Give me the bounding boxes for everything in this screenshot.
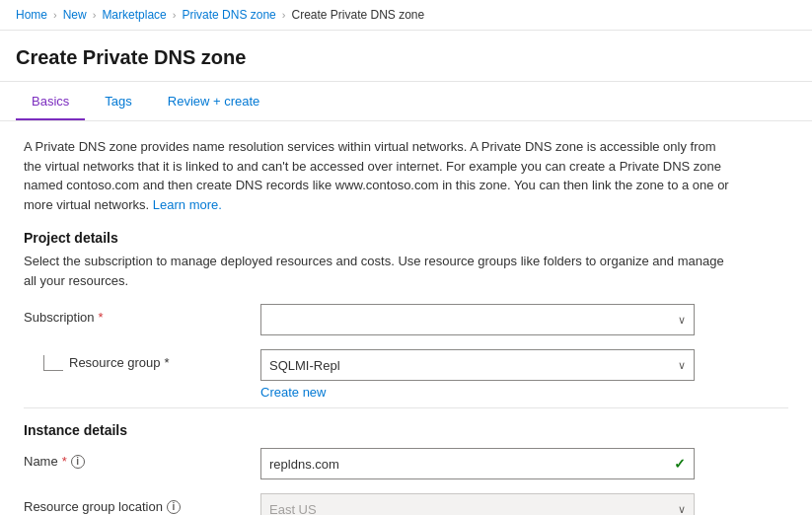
resource-group-location-control-col: East US ∨ bbox=[260, 493, 695, 515]
learn-more-link[interactable]: Learn more. bbox=[153, 197, 222, 212]
resource-group-row: Resource group * SQLMI-Repl ∨ Create new bbox=[24, 349, 788, 400]
page-title: Create Private DNS zone bbox=[0, 31, 812, 82]
description-text: A Private DNS zone provides name resolut… bbox=[24, 137, 734, 214]
resource-group-indent-line bbox=[43, 355, 63, 371]
resource-group-label: Resource group * bbox=[69, 355, 170, 370]
name-required: * bbox=[62, 454, 67, 469]
project-details-header: Project details bbox=[24, 230, 788, 246]
tab-bar: Basics Tags Review + create bbox=[0, 82, 812, 121]
subscription-control-col: ∨ bbox=[260, 304, 695, 335]
resource-group-location-label-col: Resource group location i bbox=[24, 493, 260, 514]
breadcrumb-home[interactable]: Home bbox=[16, 8, 47, 22]
create-new-link[interactable]: Create new bbox=[260, 385, 326, 400]
resource-group-chevron-icon: ∨ bbox=[678, 359, 686, 372]
tab-tags[interactable]: Tags bbox=[89, 82, 147, 120]
resource-group-control-col: SQLMI-Repl ∨ Create new bbox=[260, 349, 695, 400]
breadcrumb-sep-1: › bbox=[53, 9, 57, 21]
name-label: Name * i bbox=[24, 454, 260, 469]
subscription-dropdown[interactable]: ∨ bbox=[260, 304, 695, 335]
rg-location-info-icon[interactable]: i bbox=[167, 500, 181, 514]
main-content: A Private DNS zone provides name resolut… bbox=[0, 121, 812, 515]
breadcrumb-sep-2: › bbox=[93, 9, 97, 21]
resource-group-location-dropdown: East US ∨ bbox=[260, 493, 695, 515]
tab-basics[interactable]: Basics bbox=[16, 82, 85, 120]
breadcrumb-current: Create Private DNS zone bbox=[291, 8, 424, 22]
resource-group-location-row: Resource group location i East US ∨ bbox=[24, 493, 788, 515]
breadcrumb: Home › New › Marketplace › Private DNS z… bbox=[0, 0, 812, 31]
subscription-row: Subscription * ∨ bbox=[24, 304, 788, 335]
section-divider bbox=[24, 407, 788, 408]
resource-group-value: SQLMI-Repl bbox=[269, 358, 340, 373]
subscription-required: * bbox=[99, 310, 104, 325]
breadcrumb-sep-4: › bbox=[282, 9, 286, 21]
name-info-icon[interactable]: i bbox=[71, 455, 85, 469]
name-check-icon: ✓ bbox=[674, 456, 686, 472]
breadcrumb-sep-3: › bbox=[173, 9, 177, 21]
project-details-desc: Select the subscription to manage deploy… bbox=[24, 252, 734, 290]
name-control-col: repldns.com ✓ bbox=[260, 448, 695, 479]
resource-group-location-value: East US bbox=[269, 502, 317, 516]
subscription-chevron-icon: ∨ bbox=[678, 314, 686, 327]
resource-group-location-label: Resource group location i bbox=[24, 499, 260, 514]
resource-group-dropdown[interactable]: SQLMI-Repl ∨ bbox=[260, 349, 695, 381]
name-row: Name * i repldns.com ✓ bbox=[24, 448, 788, 479]
resource-group-required: * bbox=[165, 355, 170, 370]
project-details-section: Project details Select the subscription … bbox=[24, 230, 788, 400]
instance-details-header: Instance details bbox=[24, 422, 788, 438]
instance-details-section: Instance details Name * i repldns.com ✓ bbox=[24, 422, 788, 515]
breadcrumb-private-dns-zone[interactable]: Private DNS zone bbox=[182, 8, 275, 22]
subscription-label-col: Subscription * bbox=[24, 304, 260, 325]
name-value: repldns.com bbox=[269, 457, 674, 472]
breadcrumb-marketplace[interactable]: Marketplace bbox=[102, 8, 166, 22]
rg-location-chevron-icon: ∨ bbox=[678, 503, 686, 516]
breadcrumb-new[interactable]: New bbox=[63, 8, 87, 22]
subscription-label: Subscription * bbox=[24, 310, 260, 325]
name-label-col: Name * i bbox=[24, 448, 260, 469]
name-input[interactable]: repldns.com ✓ bbox=[260, 448, 695, 479]
resource-group-indent: Resource group * bbox=[24, 349, 260, 371]
tab-review-create[interactable]: Review + create bbox=[152, 82, 276, 120]
